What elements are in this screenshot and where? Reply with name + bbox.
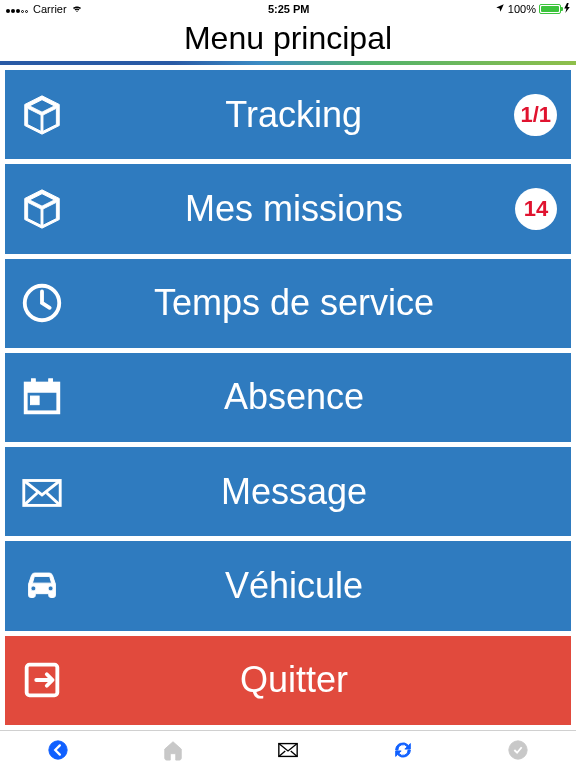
menu-label: Mes missions	[73, 188, 515, 230]
status-bar: Carrier 5:25 PM 100%	[0, 0, 576, 18]
tab-mail[interactable]	[268, 736, 308, 764]
badge: 14	[515, 188, 557, 230]
tab-bar	[0, 730, 576, 768]
menu-item-message[interactable]: Message	[5, 447, 571, 536]
status-time: 5:25 PM	[268, 3, 310, 15]
wifi-icon	[71, 2, 83, 16]
main-menu: Tracking 1/1 Mes missions 14 Temps de se…	[0, 65, 576, 730]
menu-item-quit[interactable]: Quitter	[5, 636, 571, 725]
badge: 1/1	[514, 94, 557, 136]
envelope-icon	[19, 469, 73, 515]
menu-item-vehicle[interactable]: Véhicule	[5, 541, 571, 630]
tab-sync[interactable]	[383, 736, 423, 764]
menu-label: Véhicule	[73, 565, 515, 607]
battery-pct: 100%	[508, 3, 536, 15]
menu-label: Message	[73, 471, 515, 513]
tab-back[interactable]	[38, 736, 78, 764]
battery-icon	[539, 4, 561, 14]
exit-icon	[19, 657, 73, 703]
svg-point-10	[509, 740, 527, 758]
svg-rect-2	[26, 384, 59, 393]
menu-item-tracking[interactable]: Tracking 1/1	[5, 70, 571, 159]
calendar-icon	[19, 374, 73, 420]
menu-label: Tracking	[73, 94, 514, 136]
menu-item-absence[interactable]: Absence	[5, 353, 571, 442]
clock-icon	[19, 280, 73, 326]
svg-rect-3	[31, 397, 40, 406]
menu-label: Temps de service	[73, 282, 515, 324]
carrier-label: Carrier	[33, 3, 67, 15]
tab-home[interactable]	[153, 736, 193, 764]
signal-icon	[6, 3, 29, 15]
menu-label: Absence	[73, 376, 515, 418]
menu-item-service-time[interactable]: Temps de service	[5, 259, 571, 348]
menu-item-missions[interactable]: Mes missions 14	[5, 164, 571, 253]
page-title: Menu principal	[0, 18, 576, 61]
svg-point-8	[48, 740, 66, 758]
svg-rect-4	[31, 379, 35, 387]
box-icon	[19, 186, 73, 232]
tab-check[interactable]	[498, 736, 538, 764]
svg-rect-5	[49, 379, 53, 387]
menu-label: Quitter	[73, 659, 515, 701]
charging-icon	[564, 3, 570, 15]
location-icon	[495, 3, 505, 15]
car-icon	[19, 563, 73, 609]
box-icon	[19, 92, 73, 138]
